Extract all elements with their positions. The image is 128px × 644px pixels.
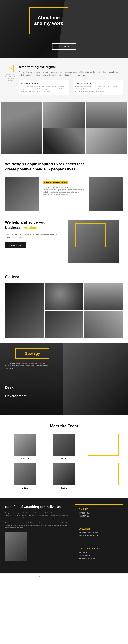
business-highlight: problem.: [22, 226, 38, 230]
team-placeholder-1: [85, 434, 121, 460]
team-photo-margo: [14, 434, 36, 456]
business-left: We help and solve yourbusiness problem. …: [5, 220, 68, 263]
service-3: Excursions and Tours: [79, 557, 119, 560]
services-label: OUR TOP SERVICES: [79, 548, 119, 550]
team-member-linda: LINDA: [7, 463, 43, 489]
sample-col-2: SAMPLE HEADLINE Justo donec enim diam vu…: [73, 80, 123, 95]
photo-grid: [0, 102, 128, 155]
sample-headline-1: SAMPLE HEADLINE: [21, 82, 67, 84]
photo-hands: [43, 102, 85, 128]
hero-read-more-area: READ MORE: [52, 44, 76, 50]
gallery-image-1: [5, 283, 44, 338]
team-photo-paul: [53, 463, 75, 485]
gallery-image-5: [84, 311, 123, 338]
arch-icon: [7, 65, 14, 72]
design-columns: CONSTRUCTION INNOVATION The result of ou…: [5, 177, 123, 211]
design-section: We design People Inspired Experiences th…: [0, 155, 128, 213]
arch-title: Architecting the digital: [19, 65, 123, 69]
team-empty-box-1: [88, 434, 119, 456]
services-box: OUR TOP SERVICES Taxi Transfers Airport …: [75, 544, 123, 564]
construction-text: The result of our company branding proce…: [43, 186, 85, 196]
design-image-left: [5, 177, 39, 211]
strategy-section: Strategy Duis aute irure dolor in repreh…: [0, 343, 128, 415]
footer: Sample text. Click to select the text bo…: [0, 573, 128, 578]
contact-desc-1: Sed pulvinar proin gravida hendrerit lec…: [5, 512, 70, 519]
call-us-phone-2: (256) 567-934: [79, 515, 119, 518]
contact-person-image: [5, 532, 27, 561]
business-image: [68, 220, 120, 263]
strategy-text: Duis aute irure dolor in reprehenderit i…: [5, 362, 48, 370]
hero-title-box: About meand my work: [29, 7, 68, 34]
team-name-margo: MARGO: [7, 458, 43, 460]
hamburger-menu[interactable]: ≡: [63, 2, 65, 6]
call-us-label: CALL US: [79, 508, 119, 510]
team-grid-row2: LINDA PAUL: [7, 463, 121, 489]
team-empty-box-2: [88, 463, 119, 485]
location-box: LOCATION 121 Rock Street, 21 Avenue New …: [75, 524, 123, 541]
strategy-box: Strategy: [15, 348, 49, 358]
contact-right: CALL US (256) 567-811 (256) 567-934 LOCA…: [75, 504, 123, 566]
team-grid-row1: MARGO NICK: [7, 434, 121, 460]
gallery-image-2: [45, 283, 83, 310]
photo-beach: [86, 128, 128, 154]
photo-woman: [0, 102, 42, 154]
service-2: Airport Transfers: [79, 554, 119, 557]
team-placeholder-2: [85, 463, 121, 489]
business-title: We help and solve yourbusiness problem.: [5, 220, 65, 230]
design-title: We design People Inspired Experiences th…: [5, 162, 123, 172]
location-label: LOCATION: [79, 528, 119, 530]
arch-content: Architecting the digital The result of o…: [19, 65, 123, 95]
sample-text-2: Justo donec enim diam vulputate at phare…: [75, 86, 121, 92]
design-label: Design: [5, 386, 16, 390]
team-name-linda: LINDA: [7, 487, 43, 489]
arch-click-text: Click again or double click to start edi…: [5, 73, 15, 82]
photo-spiral: [43, 128, 85, 154]
call-us-phone-1: (256) 567-811: [79, 512, 119, 515]
location-address-2: New York, NY 92101-9012: [79, 534, 119, 538]
sample-headline-2: SAMPLE HEADLINE: [75, 82, 121, 84]
gallery-image-4: [45, 311, 83, 338]
team-member-nick: NICK: [46, 434, 82, 460]
svg-marker-0: [9, 67, 12, 70]
service-1: Taxi Transfers: [79, 551, 119, 554]
team-member-margo: MARGO: [7, 434, 43, 460]
arch-desc: The result of our company branding proce…: [19, 71, 123, 77]
photo-city: [86, 102, 128, 128]
strategy-person-image: [63, 343, 128, 415]
hero-read-more-button[interactable]: READ MORE: [52, 44, 76, 50]
hero-title: About meand my work: [34, 15, 63, 26]
business-read-more-button[interactable]: READ MORE: [5, 242, 26, 248]
strategy-label: Strategy: [25, 351, 40, 356]
footer-text: Sample text. Click to select the text bo…: [36, 575, 92, 577]
gallery-section: Gallery: [0, 270, 128, 343]
team-member-paul: PAUL: [46, 463, 82, 489]
call-us-box: CALL US (256) 567-811 (256) 567-934: [75, 504, 123, 522]
sample-text-1: Justo donec enim diam vulputate at phare…: [21, 86, 67, 92]
business-right: [68, 220, 123, 263]
team-title: Meet the Team: [7, 424, 121, 428]
location-address-1: 121 Rock Street, 21 Avenue: [79, 531, 119, 534]
gallery-grid: [5, 283, 123, 338]
business-section: We help and solve yourbusiness problem. …: [0, 213, 128, 270]
construction-badge: CONSTRUCTION INNOVATION: [43, 180, 68, 184]
contact-left: Benefits of Coaching for Individuals. Se…: [5, 504, 70, 566]
contact-desc-2: Turpis egestas integer eger aliquot nibh…: [5, 522, 70, 529]
business-desc: Duis aute irure dolor in reprehenderit i…: [5, 233, 65, 239]
gallery-title: Gallery: [5, 274, 123, 280]
contact-section: Benefits of Coaching for Individuals. Se…: [0, 498, 128, 573]
benefits-title: Benefits of Coaching for Individuals.: [5, 504, 70, 509]
gallery-image-3: [84, 283, 123, 310]
team-name-paul: PAUL: [46, 487, 82, 489]
team-section: Meet the Team MARGO NICK LINDA PAUL: [0, 415, 128, 498]
arch-section: Click again or double click to start edi…: [0, 58, 128, 102]
sample-columns: SAMPLE HEADLINE Justo donec enim diam vu…: [19, 80, 123, 95]
hero-section: ≡ About meand my work READ MORE: [0, 0, 128, 58]
development-label: Development.: [5, 394, 27, 398]
arch-icon-column: Click again or double click to start edi…: [5, 65, 15, 82]
sample-col-1: SAMPLE HEADLINE Justo donec enim diam vu…: [19, 80, 69, 95]
design-image-right: [89, 177, 123, 211]
team-photo-nick: [53, 434, 75, 456]
svg-point-1: [10, 68, 11, 69]
design-middle: CONSTRUCTION INNOVATION The result of ou…: [39, 177, 89, 211]
team-name-nick: NICK: [46, 458, 82, 460]
